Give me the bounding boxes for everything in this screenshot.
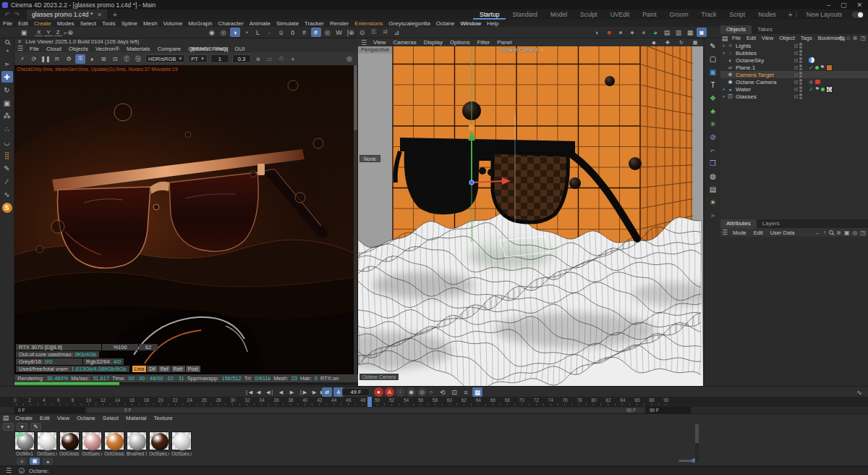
layout-tab-track[interactable]: Track	[695, 9, 723, 20]
lv-render-image[interactable]: CheckDirty:0ms, MeshGen:0ms, Update(G):0…	[14, 65, 358, 374]
morph-icon[interactable]: ❒	[707, 157, 719, 169]
viewport-3d-scene[interactable]: Perspective Octane Camera None Octane Ca…	[358, 46, 703, 386]
menu-texture[interactable]: Texture	[150, 415, 176, 421]
film-icon[interactable]: ▭	[265, 54, 275, 64]
loop-toggle[interactable]: ⇄	[322, 387, 332, 397]
menu-material[interactable]: Material	[122, 415, 150, 421]
next-key-button[interactable]: ·▶	[309, 387, 318, 397]
menu-display[interactable]: Display	[420, 39, 446, 46]
snap-off-icon[interactable]: #	[299, 28, 310, 37]
snap-points-icon[interactable]: ∴	[1, 123, 13, 135]
menu-mesh[interactable]: Mesh	[140, 20, 161, 27]
restart-render-icon[interactable]: ⚡	[17, 54, 27, 64]
menu-edit[interactable]: Edit	[744, 35, 759, 41]
zoom-tool-icon[interactable]	[5, 40, 9, 44]
tree-row-bubbles[interactable]: +◌Bubbles	[720, 49, 868, 56]
coord-system-icon[interactable]: ⌐⊕	[64, 28, 74, 37]
menu-materials[interactable]: Materials	[123, 46, 153, 52]
filter-icon[interactable]: ≋	[836, 230, 841, 236]
environment-icon[interactable]: ◍	[707, 170, 719, 182]
lock-icon[interactable]: ⚿	[369, 28, 379, 37]
compass-icon[interactable]: ◎	[344, 54, 354, 64]
enable-toggle[interactable]	[794, 95, 798, 98]
home-icon[interactable]: ⌂	[846, 35, 850, 41]
settings-gear-icon[interactable]: ⚙	[64, 54, 74, 64]
enable-toggle[interactable]	[794, 88, 798, 91]
tab-attributes[interactable]: Attributes	[720, 219, 757, 228]
layout-tab-model[interactable]: Model	[544, 9, 574, 20]
preview-range-track[interactable]	[87, 408, 644, 413]
timer-icon[interactable]: ◔	[1, 45, 13, 56]
hamburger-icon[interactable]: ▤	[1, 413, 11, 423]
reset-icon[interactable]: R	[52, 54, 62, 64]
mat-grid-view-icon[interactable]: ▦	[30, 458, 40, 465]
menu-filter[interactable]: Filter	[473, 39, 493, 46]
menu-greyscalegorilla[interactable]: Greyscalegorilla	[386, 20, 433, 27]
tree-row-octanesky[interactable]: ◐OctaneSky	[720, 56, 868, 64]
menu-view[interactable]: View	[370, 39, 389, 46]
subsample-field[interactable]: 1	[210, 54, 229, 63]
snap-on-icon[interactable]: #	[311, 28, 321, 37]
up-icon[interactable]: ↑	[823, 230, 826, 236]
new-tab-button[interactable]: +	[113, 11, 117, 19]
menu-modes[interactable]: Modes	[54, 20, 77, 27]
live-selection-icon[interactable]: ◉	[207, 28, 217, 37]
pass-button-dif[interactable]: Dif	[147, 366, 158, 372]
move-tool-icon[interactable]: ◑	[230, 28, 240, 37]
symmetry-icon[interactable]: ♣	[707, 105, 719, 117]
menu-tools[interactable]: Tools	[99, 20, 119, 27]
layout-tab-script[interactable]: Script	[723, 9, 752, 20]
undo-icon[interactable]: ↶	[4, 11, 10, 18]
hamburger-icon[interactable]: ☰	[4, 466, 14, 475]
octane-balance-icon[interactable]: ◐	[592, 28, 603, 37]
render-ball-1-icon[interactable]: ●	[616, 28, 626, 37]
rotate-tool-icon[interactable]: ◔	[242, 28, 252, 37]
layout-toggle[interactable]	[852, 12, 864, 18]
display-mode-select[interactable]: HDR/sRGB▼	[145, 54, 185, 63]
rectangle-selection-icon[interactable]: ◎	[218, 28, 229, 37]
render-view-icon[interactable]: ■	[604, 28, 614, 37]
cloner-icon[interactable]: ❖	[707, 92, 719, 104]
focus-picker-icon[interactable]: Ⓕ	[122, 54, 132, 64]
maximize-button[interactable]: ▢	[841, 1, 847, 9]
render-queue-icon[interactable]: ▥	[673, 28, 684, 37]
menu-render[interactable]: Render	[327, 20, 352, 27]
viewport-config-icon[interactable]: ▣	[19, 28, 29, 37]
lv-scrollbar[interactable]	[354, 65, 357, 374]
paint-dots-icon[interactable]: ⣿	[1, 149, 13, 161]
region-clear-icon[interactable]: ⊡	[110, 54, 120, 64]
menu-file[interactable]: File	[26, 46, 43, 52]
camera-sound-icon[interactable]: ▤	[707, 183, 719, 195]
record-button[interactable]: ●	[374, 387, 383, 397]
rotate-tool-icon[interactable]: ↻	[1, 84, 13, 96]
pen-tool-icon[interactable]: ✎	[1, 162, 13, 174]
magnet-icon[interactable]: ⁘	[426, 387, 436, 397]
menu-view[interactable]: View	[759, 35, 776, 41]
layout-tab-nodes[interactable]: Nodes	[752, 9, 783, 20]
history-icon[interactable]: ◎	[852, 230, 857, 236]
light-icon[interactable]: ☀	[707, 196, 719, 208]
visibility-dots[interactable]	[799, 43, 802, 49]
menu-edit[interactable]: Edit	[36, 415, 54, 421]
flag-tag-icon[interactable]: ⚑	[815, 86, 820, 92]
popout-icon[interactable]: ◳	[860, 35, 866, 41]
redo-icon[interactable]: ↷	[14, 11, 20, 18]
camera-tag-icon[interactable]	[815, 80, 820, 84]
record-position-button[interactable]: ◉	[407, 387, 416, 397]
axis-modify-icon[interactable]: ū	[276, 28, 286, 37]
menu-mograph[interactable]: MoGraph	[185, 20, 215, 27]
anchor-icon[interactable]: ⊙	[357, 28, 367, 37]
spline-smooth-icon[interactable]: ∿	[1, 188, 13, 200]
tree-row-camera-target[interactable]: ⊕Camera Target	[720, 71, 868, 78]
octane-plugin-icon[interactable]: S	[2, 203, 12, 213]
menu-volume[interactable]: Volume	[160, 20, 185, 27]
thumbnail-size-slider[interactable]	[678, 460, 696, 462]
menu-file[interactable]: File	[0, 20, 15, 27]
region-field[interactable]: 0.3	[232, 54, 251, 63]
menu-objects[interactable]: Objects	[65, 46, 92, 52]
tab-layers[interactable]: Layers	[757, 219, 786, 228]
axis-center-icon[interactable]: ō	[288, 28, 298, 37]
visibility-dots[interactable]	[799, 72, 802, 77]
spline-pen-icon[interactable]: ✎	[707, 40, 719, 51]
play-button[interactable]: ▶	[287, 387, 297, 397]
